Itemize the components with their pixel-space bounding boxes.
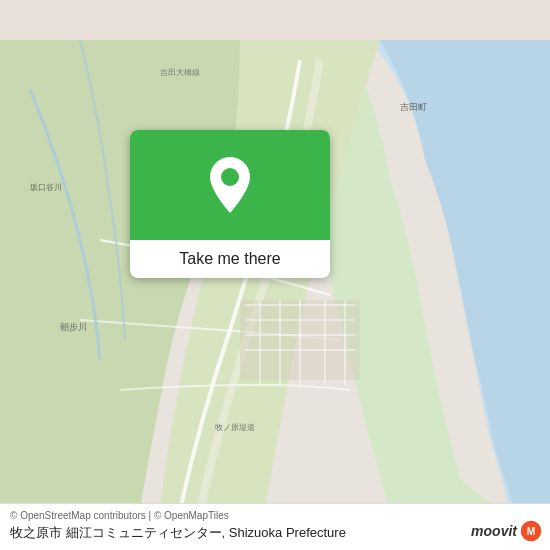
bottom-info-bar: © OpenStreetMap contributors | © OpenMap… <box>0 503 550 550</box>
moovit-logo: moovit M <box>471 520 542 542</box>
svg-text:吉田町: 吉田町 <box>400 102 427 112</box>
svg-text:吉田大橋線: 吉田大橋線 <box>160 68 200 77</box>
svg-text:M: M <box>527 526 536 537</box>
card-header <box>130 130 330 240</box>
location-name: 牧之原市 細江コミュニティセンター, Shizuoka Prefecture <box>10 524 346 542</box>
svg-text:朝步川: 朝步川 <box>60 322 87 332</box>
moovit-text: moovit <box>471 523 517 539</box>
map-container: 朝步川 坂口谷川 吉田町 吉田大橋線 牧ノ原堤道 Take me there ©… <box>0 0 550 550</box>
svg-point-16 <box>221 168 239 186</box>
svg-text:牧ノ原堤道: 牧ノ原堤道 <box>215 423 255 432</box>
map-attribution: © OpenStreetMap contributors | © OpenMap… <box>10 510 540 521</box>
location-pin-icon <box>205 155 255 215</box>
navigation-card: Take me there <box>130 130 330 278</box>
take-me-there-button[interactable]: Take me there <box>130 240 330 278</box>
svg-text:坂口谷川: 坂口谷川 <box>29 183 62 192</box>
moovit-brand-icon: M <box>520 520 542 542</box>
